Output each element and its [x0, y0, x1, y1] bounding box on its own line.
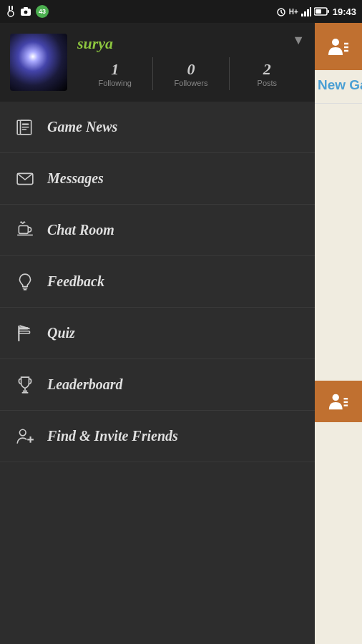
flag-icon [14, 323, 36, 344]
profile-header: surya 1 Following 0 Followers 2 Posts [0, 23, 315, 102]
svg-rect-9 [301, 14, 303, 16]
camera-icon [20, 6, 31, 16]
profile-info: surya 1 Following 0 Followers 2 Posts [77, 34, 305, 90]
menu-item-find-friends[interactable]: Find & Invite Friends [0, 411, 315, 462]
alarm-icon [276, 6, 286, 16]
svg-rect-32 [23, 390, 28, 391]
sidebar: surya 1 Following 0 Followers 2 Posts [0, 23, 315, 644]
menu-item-quiz[interactable]: Quiz [0, 308, 315, 359]
profile-dropdown-arrow[interactable]: ▼ [292, 33, 305, 48]
status-time: 19:43 [333, 6, 356, 17]
feedback-label: Feedback [47, 273, 104, 290]
svg-point-40 [333, 394, 339, 401]
stat-posts[interactable]: 2 Posts [230, 57, 305, 90]
svg-rect-10 [304, 11, 306, 16]
profile-stats: 1 Following 0 Followers 2 Posts [77, 57, 305, 90]
signal-strength-icon [301, 6, 311, 16]
status-right-icons: H+ 19:43 [276, 6, 356, 17]
svg-point-2 [8, 11, 14, 16]
svg-rect-22 [19, 225, 28, 233]
followers-count: 0 [187, 60, 195, 79]
followers-label: Followers [174, 79, 207, 87]
usb-icon [6, 6, 16, 17]
menu-item-game-news[interactable]: Game News [0, 102, 315, 153]
svg-rect-18 [22, 123, 29, 125]
contacts-icon [327, 35, 350, 58]
menu-item-messages[interactable]: Messages [0, 153, 315, 205]
svg-rect-5 [24, 7, 28, 9]
hplus-icon: H+ [289, 8, 298, 16]
menu-item-feedback[interactable]: Feedback [0, 256, 315, 308]
following-label: Following [98, 79, 131, 87]
right-panel: New Ga [315, 23, 362, 644]
menu-item-chat-room[interactable]: Chat Room [0, 205, 315, 256]
svg-rect-14 [315, 9, 321, 14]
leaderboard-label: Leaderboard [47, 376, 123, 393]
posts-label: Posts [258, 79, 278, 87]
find-friends-label: Find & Invite Friends [47, 428, 178, 444]
svg-point-4 [24, 10, 28, 14]
svg-rect-20 [22, 129, 27, 130]
notification-badge: 43 [36, 5, 49, 18]
status-bar: 43 H+ 19:43 [0, 0, 362, 23]
lightbulb-icon [14, 271, 36, 293]
messages-label: Messages [47, 170, 104, 187]
following-count: 1 [111, 60, 119, 79]
contacts-ribbon-button[interactable] [315, 381, 362, 422]
svg-point-33 [19, 429, 26, 436]
new-game-section: New Ga [315, 70, 362, 100]
status-left-icons: 43 [6, 5, 49, 18]
svg-rect-15 [328, 10, 329, 13]
svg-point-36 [332, 39, 339, 46]
contacts-ribbon-icon [328, 391, 349, 412]
stat-followers[interactable]: 0 Followers [153, 57, 229, 90]
svg-rect-28 [19, 331, 29, 333]
svg-rect-19 [22, 126, 29, 127]
coffee-icon [14, 220, 36, 241]
chat-room-label: Chat Room [47, 222, 114, 238]
person-add-icon [14, 426, 36, 447]
svg-rect-1 [11, 6, 13, 10]
envelope-icon [14, 168, 36, 190]
game-news-label: Game News [47, 119, 117, 135]
svg-line-8 [281, 12, 283, 14]
main-container: surya 1 Following 0 Followers 2 Posts [0, 23, 362, 644]
newspaper-icon [14, 117, 36, 138]
battery-icon [314, 7, 330, 16]
quiz-label: Quiz [47, 325, 75, 341]
stat-following[interactable]: 1 Following [77, 57, 153, 90]
new-game-text: New Ga [318, 77, 362, 92]
contacts-tab-button[interactable] [315, 23, 362, 70]
trophy-icon [14, 374, 36, 396]
svg-rect-11 [307, 9, 309, 16]
menu-list: Game News Messages [0, 102, 315, 644]
svg-rect-12 [310, 7, 311, 16]
avatar [10, 34, 67, 91]
menu-item-leaderboard[interactable]: Leaderboard [0, 359, 315, 411]
profile-username: surya [77, 34, 305, 53]
posts-count: 2 [263, 60, 271, 79]
